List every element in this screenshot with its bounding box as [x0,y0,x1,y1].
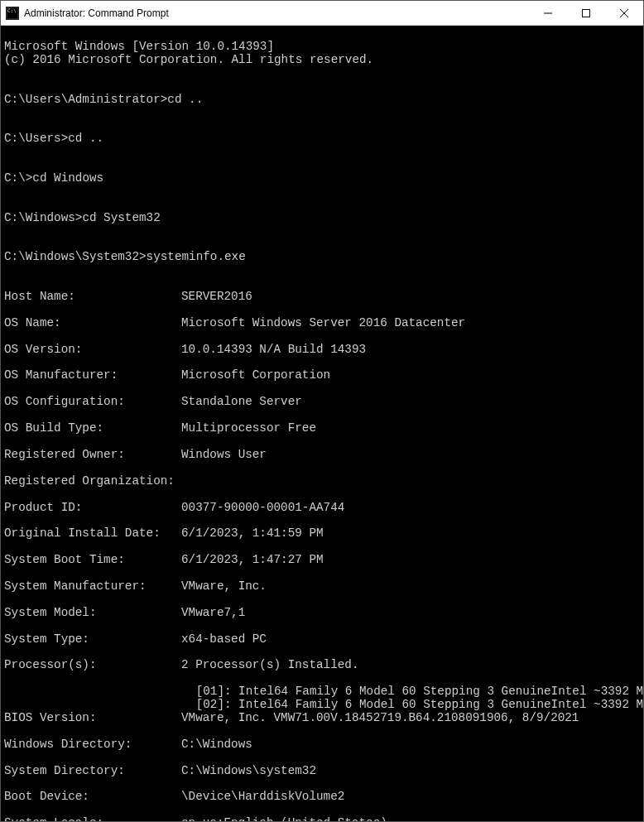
header-line: (c) 2016 Microsoft Corporation. All righ… [4,53,373,66]
info-bios: BIOS Version:VMware, Inc. VMW71.00V.1845… [4,712,640,725]
info-host-name: Host Name:SERVER2016 [4,291,640,304]
info-os-configuration: OS Configuration:Standalone Server [4,396,640,409]
cmd-line: C:\Users\Administrator>cd .. [4,93,203,106]
info-boot-time: System Boot Time:6/1/2023, 1:47:27 PM [4,554,640,567]
titlebar[interactable]: C:\ Administrator: Command Prompt [1,1,643,26]
info-registered-org: Registered Organization: [4,475,640,488]
command-prompt-window: C:\ Administrator: Command Prompt Micros… [0,0,644,822]
info-system-model: System Model:VMware7,1 [4,607,640,620]
info-system-type: System Type:x64-based PC [4,633,640,647]
svg-rect-4 [583,9,590,17]
close-button[interactable] [605,1,643,25]
info-processors: Processor(s):2 Processor(s) Installed. [4,659,640,672]
cmd-line: C:\Windows>cd System32 [4,211,161,224]
cmd-line: C:\Windows\System32>systeminfo.exe [4,250,246,263]
info-os-build-type: OS Build Type:Multiprocessor Free [4,422,640,435]
maximize-button[interactable] [567,1,605,25]
terminal-output[interactable]: Microsoft Windows [Version 10.0.14393] (… [1,26,643,821]
cmd-icon: C:\ [6,7,19,20]
info-boot-device: Boot Device:\Device\HarddiskVolume2 [4,791,640,804]
info-system-dir: System Directory:C:\Windows\system32 [4,765,640,778]
info-processor-1: [01]: Intel64 Family 6 Model 60 Stepping… [4,685,643,698]
info-registered-owner: Registered Owner:Windows User [4,449,640,462]
info-system-manufacturer: System Manufacturer:VMware, Inc. [4,580,640,594]
window-title: Administrator: Command Prompt [24,7,529,19]
info-product-id: Product ID:00377-90000-00001-AA744 [4,502,640,515]
info-os-manufacturer: OS Manufacturer:Microsoft Corporation [4,369,640,382]
cmd-line: C:\>cd Windows [4,171,103,185]
svg-text:C:\: C:\ [7,7,17,13]
minimize-button[interactable] [529,1,567,25]
window-controls [529,1,643,25]
header-line: Microsoft Windows [Version 10.0.14393] [4,40,274,53]
info-system-locale: System Locale:en-us;English (United Stat… [4,817,640,821]
info-original-install: Original Install Date:6/1/2023, 1:41:59 … [4,527,640,541]
info-windows-dir: Windows Directory:C:\Windows [4,738,640,752]
info-processor-2: [02]: Intel64 Family 6 Model 60 Stepping… [4,698,643,711]
info-os-name: OS Name:Microsoft Windows Server 2016 Da… [4,317,640,330]
cmd-line: C:\Users>cd .. [4,132,103,145]
info-os-version: OS Version:10.0.14393 N/A Build 14393 [4,344,640,357]
